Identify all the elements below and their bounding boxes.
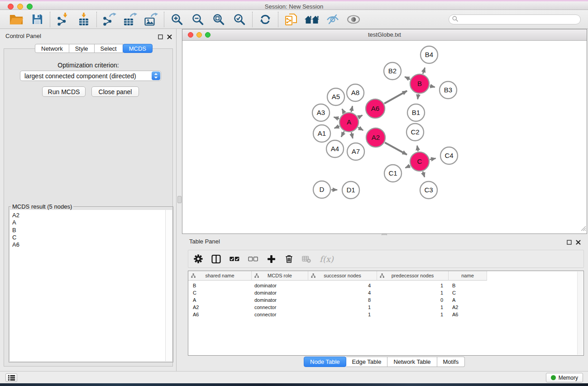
graph-node-B3[interactable]: B3 (440, 81, 457, 99)
table-cell[interactable]: 4 (308, 290, 377, 295)
graph-node-B1[interactable]: B1 (407, 104, 425, 121)
select-all-checkboxes-icon[interactable] (229, 253, 239, 264)
graph-node-B[interactable]: B (410, 74, 429, 93)
graph-node-D[interactable]: D (313, 181, 330, 198)
network-canvas[interactable]: B4B2BB3A8A5A6A3B1AC2A1A2A4A7C4CC1DD1C3 (182, 41, 587, 234)
float-panel-icon[interactable] (158, 33, 163, 41)
tab-select[interactable]: Select (95, 44, 123, 53)
zoom-fit-icon[interactable] (211, 12, 226, 27)
table-cell[interactable]: C (449, 290, 487, 295)
graph-node-C2[interactable]: C2 (406, 124, 424, 141)
tab-motifs[interactable]: Motifs (437, 357, 465, 367)
table-cell[interactable]: dominator (252, 290, 308, 295)
graph-edge-A-A5[interactable] (342, 109, 344, 113)
graph-edge-A-A7[interactable] (351, 132, 353, 138)
graph-node-B2[interactable]: B2 (384, 62, 401, 80)
graph-edge-C-C2[interactable] (417, 146, 418, 152)
table-row[interactable]: Adominator80A (188, 296, 583, 304)
table-cell[interactable]: C (188, 290, 252, 295)
function-builder-button[interactable]: f(x) (320, 253, 334, 264)
table-row[interactable]: Bdominator41B (188, 282, 583, 289)
table-cell[interactable]: 1 (308, 305, 377, 310)
optimization-criterion-dropdown[interactable]: largest connected component (directed) (20, 71, 161, 81)
add-column-icon[interactable] (267, 253, 276, 264)
column-header-name[interactable]: name (449, 271, 487, 281)
graph-edge-A-A1[interactable] (335, 126, 339, 129)
graph-node-A5[interactable]: A5 (327, 88, 344, 105)
graph-node-C[interactable]: C (410, 152, 429, 171)
home-icon[interactable] (304, 12, 320, 27)
table-cell[interactable]: A6 (188, 312, 252, 317)
column-header-successor-nodes[interactable]: successor nodes (308, 271, 377, 281)
tab-network[interactable]: Network (35, 44, 69, 53)
graph-edge-A-A8[interactable] (351, 106, 353, 112)
table-cell[interactable]: 0 (377, 297, 449, 303)
refresh-icon[interactable] (258, 12, 273, 27)
save-icon[interactable] (29, 12, 45, 27)
settings-gear-icon[interactable] (194, 253, 203, 264)
table-cell[interactable]: 1 (377, 290, 449, 295)
graph-edge-A-A2[interactable] (358, 127, 363, 130)
table-cell[interactable]: A (188, 297, 252, 303)
export-network-icon[interactable] (102, 12, 117, 27)
table-cell[interactable]: 1 (377, 283, 449, 288)
graph-edge-B-B1[interactable] (418, 94, 418, 99)
result-list-item[interactable]: B (12, 227, 166, 234)
table-row[interactable]: Cdominator41C (188, 289, 583, 296)
window-resize-grip[interactable] (580, 225, 586, 233)
zoom-selected-icon[interactable] (232, 12, 247, 27)
document-network-icon[interactable] (283, 12, 299, 27)
node-table[interactable]: shared nameMCDS rolesuccessor nodesprede… (188, 271, 584, 356)
graph-node-A4[interactable]: A4 (326, 140, 344, 157)
tab-mcds[interactable]: MCDS (123, 44, 153, 53)
graph-node-A3[interactable]: A3 (312, 104, 330, 121)
zoom-in-icon[interactable] (169, 12, 185, 27)
graph-edge-C-C1[interactable] (405, 166, 410, 168)
table-cell[interactable]: dominator (252, 297, 308, 303)
graph-node-A7[interactable]: A7 (347, 143, 364, 160)
splitter-handle[interactable] (177, 196, 182, 203)
column-header-shared-name[interactable]: shared name (188, 271, 252, 281)
close-table-panel-icon[interactable] (576, 238, 581, 247)
mcds-result-list[interactable]: A2ABCA6 (10, 210, 166, 361)
table-cell[interactable]: 1 (377, 312, 449, 317)
result-list-item[interactable]: C (12, 234, 166, 241)
table-cell[interactable]: A6 (449, 312, 487, 317)
graph-node-B4[interactable]: B4 (421, 46, 438, 63)
deselect-all-checkboxes-icon[interactable] (248, 253, 258, 264)
graph-node-A2[interactable]: A2 (366, 128, 385, 147)
result-list-item[interactable]: A2 (12, 212, 166, 219)
table-cell[interactable]: A2 (449, 305, 487, 310)
graph-edge-A2-C[interactable] (385, 143, 407, 155)
graph-node-C4[interactable]: C4 (440, 147, 458, 164)
graph-node-C3[interactable]: C3 (420, 181, 437, 199)
memory-button[interactable]: Memory (546, 373, 583, 382)
graph-edge-B-B4[interactable] (423, 68, 425, 74)
table-cell[interactable]: A2 (188, 305, 252, 310)
import-table-icon[interactable] (76, 12, 91, 27)
graph-node-A[interactable]: A (339, 113, 359, 132)
export-table-icon[interactable] (123, 12, 138, 27)
float-table-panel-icon[interactable] (567, 238, 572, 247)
search-input[interactable] (460, 16, 577, 23)
delete-table-icon[interactable] (302, 253, 311, 264)
table-scrollbar[interactable] (577, 272, 583, 355)
export-image-icon[interactable] (143, 12, 159, 27)
result-list-item[interactable]: A6 (12, 241, 166, 248)
graph-edge-C-C3[interactable] (423, 172, 425, 177)
table-row[interactable]: A2connector11A2 (188, 304, 583, 311)
graph-edge-A-A3[interactable] (334, 117, 339, 119)
tab-node-table[interactable]: Node Table (304, 357, 346, 367)
search-field[interactable] (449, 14, 581, 24)
graph-edge-A-A4[interactable] (341, 131, 344, 137)
table-cell[interactable]: 4 (308, 283, 377, 288)
hide-graphics-icon[interactable] (325, 12, 340, 27)
graph-node-C1[interactable]: C1 (384, 165, 402, 182)
table-cell[interactable]: B (188, 283, 252, 288)
run-mcds-button[interactable]: Run MCDS (42, 86, 86, 97)
import-network-icon[interactable] (55, 12, 71, 27)
graph-node-D1[interactable]: D1 (342, 181, 359, 199)
zoom-out-icon[interactable] (190, 12, 206, 27)
table-cell[interactable]: connector (252, 305, 308, 310)
column-header-MCDS-role[interactable]: MCDS role (252, 271, 308, 281)
